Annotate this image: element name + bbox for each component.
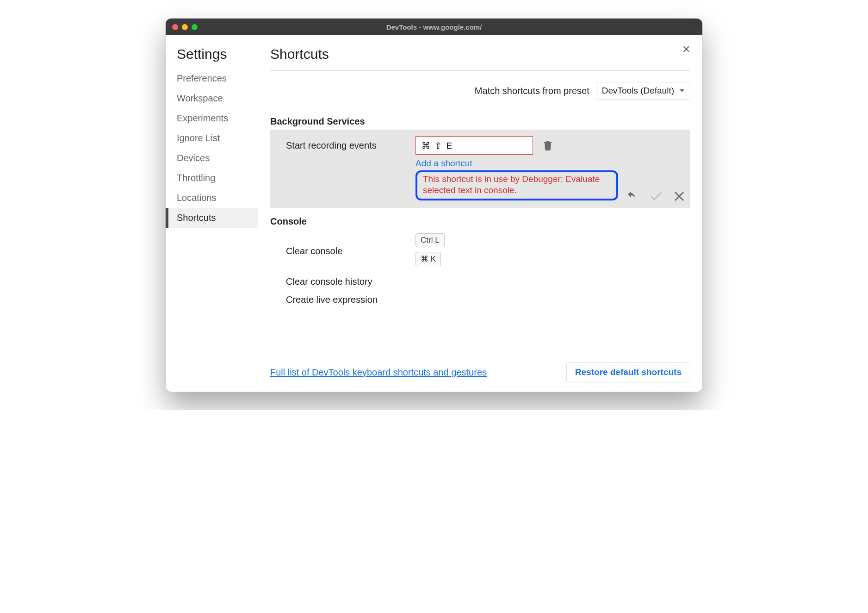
preset-select-value: DevTools (Default) xyxy=(602,86,674,95)
action-label: Clear console xyxy=(286,246,415,256)
undo-icon[interactable] xyxy=(626,191,638,201)
divider xyxy=(270,70,690,71)
shortcuts-panel: Shortcuts Match shortcuts from preset De… xyxy=(258,35,702,392)
settings-sidebar: Settings Preferences Workspace Experimen… xyxy=(166,35,258,392)
action-label-start-recording: Start recording events xyxy=(286,140,415,151)
shortcut-row-clear-console-history[interactable]: Clear console history xyxy=(270,273,690,291)
shortcut-row-create-live-expression[interactable]: Create live expression xyxy=(270,291,690,309)
sidebar-item-ignore-list[interactable]: Ignore List xyxy=(166,128,258,148)
delete-shortcut-icon[interactable] xyxy=(543,140,552,150)
add-shortcut-link[interactable]: Add a shortcut xyxy=(415,158,682,169)
shortcut-chip: Ctrl L xyxy=(415,233,445,247)
confirm-icon[interactable] xyxy=(651,192,662,201)
sidebar-item-throttling[interactable]: Throttling xyxy=(166,168,258,188)
action-label: Create live expression xyxy=(286,294,378,305)
preset-label: Match shortcuts from preset xyxy=(475,86,589,96)
page-title: Shortcuts xyxy=(270,46,690,70)
action-label: Clear console history xyxy=(286,276,415,287)
devtools-window: DevTools - www.google.com/ ✕ Settings Pr… xyxy=(166,19,702,392)
sidebar-item-workspace[interactable]: Workspace xyxy=(166,88,258,108)
restore-defaults-button[interactable]: Restore default shortcuts xyxy=(566,362,690,382)
error-text: This shortcut is in use by Debugger: Eva… xyxy=(423,174,611,196)
section-heading-background-services: Background Services xyxy=(270,116,690,127)
preset-row: Match shortcuts from preset DevTools (De… xyxy=(270,82,690,100)
full-shortcuts-link[interactable]: Full list of DevTools keyboard shortcuts… xyxy=(270,367,487,378)
footer: Full list of DevTools keyboard shortcuts… xyxy=(270,353,690,382)
titlebar: DevTools - www.google.com/ xyxy=(166,19,702,35)
section-heading-console: Console xyxy=(270,216,690,227)
sidebar-item-shortcuts[interactable]: Shortcuts xyxy=(166,208,258,228)
sidebar-item-locations[interactable]: Locations xyxy=(166,188,258,208)
settings-title: Settings xyxy=(166,46,258,69)
shortcut-chip: ⌘ K xyxy=(415,252,441,266)
sidebar-item-experiments[interactable]: Experiments xyxy=(166,108,258,128)
preset-select[interactable]: DevTools (Default) xyxy=(596,82,690,100)
close-settings-button[interactable]: ✕ xyxy=(682,44,690,56)
window-title: DevTools - www.google.com/ xyxy=(166,23,702,31)
error-callout: This shortcut is in use by Debugger: Eva… xyxy=(415,170,618,200)
sidebar-item-devices[interactable]: Devices xyxy=(166,148,258,168)
cancel-icon[interactable] xyxy=(675,192,684,201)
shortcut-editor: Start recording events Add a shortcut Th… xyxy=(270,130,690,208)
sidebar-item-preferences[interactable]: Preferences xyxy=(166,69,258,88)
shortcut-row-clear-console[interactable]: Clear console Ctrl L ⌘ K xyxy=(270,230,690,273)
shortcut-input[interactable] xyxy=(415,136,533,155)
